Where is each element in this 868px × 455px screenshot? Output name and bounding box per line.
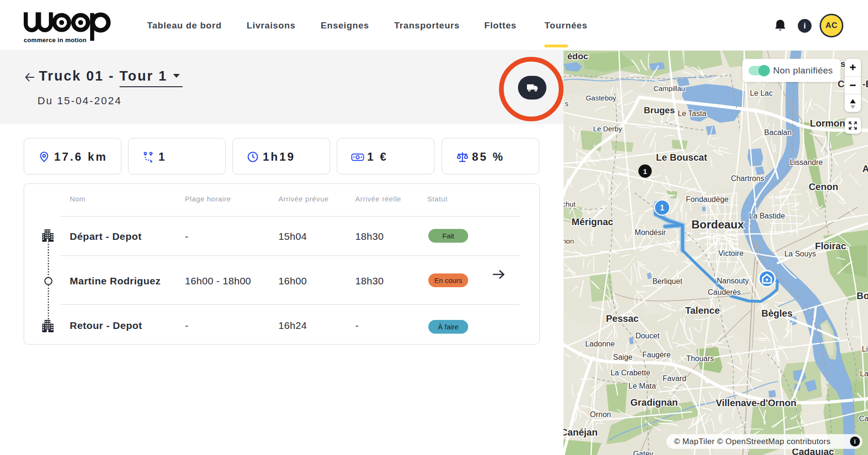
svg-text:édoc: édoc xyxy=(567,51,589,61)
svg-text:Berliquet: Berliquet xyxy=(652,277,683,285)
svg-text:Doucet: Doucet xyxy=(636,332,660,340)
svg-text:Gradignan: Gradignan xyxy=(630,397,678,408)
svg-text:La Souys: La Souys xyxy=(785,250,816,258)
svg-text:hon: hon xyxy=(563,237,574,245)
svg-text:Bruges: Bruges xyxy=(644,105,674,115)
svg-text:Pessac: Pessac xyxy=(606,313,639,324)
svg-text:Thouars: Thouars xyxy=(686,355,714,363)
svg-text:commerce in motion: commerce in motion xyxy=(24,36,87,43)
svg-text:Cauderès: Cauderès xyxy=(708,288,740,296)
svg-text:Gasteboy: Gasteboy xyxy=(586,94,617,102)
svg-text:Saige: Saige xyxy=(613,353,633,361)
svg-text:Le Bouscat: Le Bouscat xyxy=(656,152,707,163)
svg-text:Fondaudège: Fondaudège xyxy=(686,195,729,203)
svg-text:chut: chut xyxy=(563,200,576,208)
svg-text:Mérignac: Mérignac xyxy=(572,217,613,227)
svg-text:Le Lac: Le Lac xyxy=(750,89,773,97)
svg-text:Cenon: Cenon xyxy=(809,182,838,192)
svg-text:Gatey: Gatey xyxy=(633,450,654,455)
svg-text:Victoire: Victoire xyxy=(718,249,743,257)
svg-text:s: s xyxy=(565,100,569,108)
svg-text:Floirac: Floirac xyxy=(815,241,846,251)
svg-text:Car: Car xyxy=(859,415,868,423)
svg-text:-B: -B xyxy=(862,79,868,89)
svg-text:Lormont: Lormont xyxy=(810,118,848,128)
svg-text:Bouli: Bouli xyxy=(857,291,868,301)
svg-text:Le Mata: Le Mata xyxy=(628,382,656,390)
svg-text:1: 1 xyxy=(643,167,647,175)
svg-text:Campillau: Campillau xyxy=(654,84,685,92)
svg-text:La Crabette: La Crabette xyxy=(610,369,650,377)
svg-text:La: La xyxy=(860,370,868,378)
svg-text:Art: Art xyxy=(862,164,868,174)
svg-text:Lissandre: Lissandre xyxy=(790,158,822,166)
svg-text:Bacalan: Bacalan xyxy=(764,128,792,136)
svg-text:Bordeaux: Bordeaux xyxy=(692,218,744,231)
svg-text:Bègles: Bègles xyxy=(761,308,793,318)
svg-text:Canéjan: Canéjan xyxy=(563,427,598,437)
svg-text:Ornon: Ornon xyxy=(590,410,611,419)
svg-text:Talence: Talence xyxy=(685,305,720,316)
svg-text:Nansouty: Nansouty xyxy=(717,277,749,285)
svg-text:Favard: Favard xyxy=(663,374,686,382)
svg-text:Mondésir: Mondésir xyxy=(635,228,666,237)
svg-text:Chartrons: Chartrons xyxy=(731,174,764,182)
svg-text:Lin: Lin xyxy=(862,345,868,353)
svg-text:Ladonne: Ladonne xyxy=(585,340,615,348)
svg-text:La Bastide: La Bastide xyxy=(749,212,785,220)
svg-text:1: 1 xyxy=(660,204,665,212)
svg-text:Le Tasta: Le Tasta xyxy=(678,109,706,118)
svg-text:Villenave-d'Ornon: Villenave-d'Ornon xyxy=(716,398,796,408)
svg-text:Faugère: Faugère xyxy=(642,351,671,359)
svg-text:Le Derby: Le Derby xyxy=(593,125,622,133)
